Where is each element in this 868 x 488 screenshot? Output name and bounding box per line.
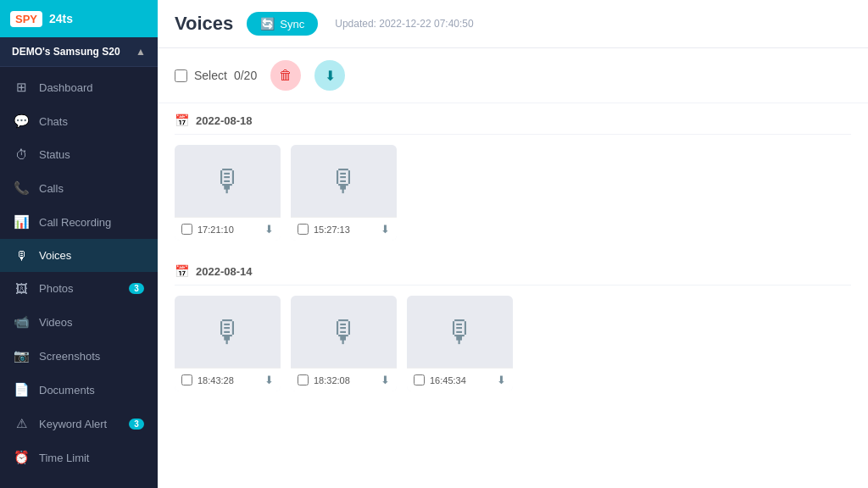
toolbar: Select 0/20 🗑 ⬇ [158,48,868,103]
sidebar-header: SPY 24ts [0,0,158,37]
voices-icon: 🎙 [14,248,29,263]
download-voice-icon[interactable]: ⬇ [497,374,506,386]
voice-thumbnail[interactable]: 🎙 [407,296,513,368]
sidebar-label-keyword-alert: Keyword Alert [39,418,107,430]
microphone-icon: 🎙 [213,164,243,199]
voice-thumbnail[interactable]: 🎙 [175,145,281,217]
sidebar-label-chats: Chats [39,115,68,128]
sync-button[interactable]: 🔄 Sync [247,12,318,36]
download-voice-icon[interactable]: ⬇ [381,223,390,236]
date-label: 2022-08-18 [196,114,253,127]
status-icon: ⏱ [14,147,29,162]
voice-time: 17:21:10 [198,225,234,235]
sidebar-item-calls[interactable]: 📞 Calls [0,171,158,205]
sync-icon: 🔄 [260,17,275,30]
voice-card: 🎙 15:27:13 ⬇ [291,145,397,241]
sidebar-item-time-limit[interactable]: ⏰ Time Limit [0,441,158,474]
voice-time-row: 18:32:08 [298,374,350,385]
microphone-icon: 🎙 [213,314,243,350]
nav-list: ⊞ Dashboard 💬 Chats ⏱ Status 📞 Calls 📊 C… [0,67,158,488]
badge-keyword-alert: 3 [129,419,144,430]
voice-card: 🎙 18:43:28 ⬇ [175,296,281,391]
voice-footer: 18:43:28 ⬇ [175,368,281,391]
sidebar: SPY 24ts DEMO's Samsung S20 ▲ ⊞ Dashboar… [0,0,158,488]
voice-time-row: 15:27:13 [298,224,350,235]
voice-footer: 15:27:13 ⬇ [291,217,397,241]
voice-thumbnail[interactable]: 🎙 [291,145,397,217]
microphone-icon: 🎙 [329,164,359,199]
sidebar-item-documents[interactable]: 📄 Documents [0,373,158,407]
voice-thumbnail[interactable]: 🎙 [175,296,281,368]
voice-grid: 🎙 18:43:28 ⬇ 🎙 18:32:08 ⬇ [158,296,868,405]
photos-icon: 🖼 [14,281,29,296]
voice-select-checkbox[interactable] [181,374,192,385]
date-section-2022-08-18: 📅2022-08-18 🎙 17:21:10 ⬇ 🎙 15:27:13 [158,103,868,254]
calendar-icon: 📅 [175,114,189,127]
voice-select-checkbox[interactable] [181,224,192,235]
voice-thumbnail[interactable]: 🎙 [291,296,397,368]
microphone-icon: 🎙 [329,314,359,350]
calendar-icon: 📅 [175,264,189,278]
updated-text: Updated: 2022-12-22 07:40:50 [335,18,473,30]
voice-select-checkbox[interactable] [298,374,309,385]
date-section-2022-08-14: 📅2022-08-14 🎙 18:43:28 ⬇ 🎙 18:32:08 [158,254,868,405]
select-row: Select 0/20 [175,69,257,82]
sidebar-label-calls: Calls [39,182,64,195]
sidebar-item-dashboard[interactable]: ⊞ Dashboard [0,70,158,104]
sidebar-label-videos: Videos [39,316,73,329]
voice-grid: 🎙 17:21:10 ⬇ 🎙 15:27:13 ⬇ [158,145,868,254]
download-button[interactable]: ⬇ [314,60,345,91]
dashboard-icon: ⊞ [14,80,29,95]
screenshots-icon: 📷 [14,348,29,363]
device-name: DEMO's Samsung S20 [12,46,120,58]
sidebar-label-dashboard: Dashboard [39,81,93,94]
date-header: 📅2022-08-14 [175,264,851,286]
chevron-up-icon: ▲ [136,46,146,58]
badge-photos: 3 [129,283,144,294]
download-voice-icon[interactable]: ⬇ [264,374,274,386]
device-section[interactable]: DEMO's Samsung S20 ▲ [0,37,158,67]
sidebar-item-chats[interactable]: 💬 Chats [0,104,158,138]
voice-time-row: 16:45:34 [414,374,466,385]
sidebar-item-keyword-alert[interactable]: ⚠ Keyword Alert 3 [0,407,158,441]
microphone-icon: 🎙 [445,314,476,350]
voice-select-checkbox[interactable] [414,374,425,385]
sidebar-label-call-recording: Call Recording [39,216,111,229]
date-section-header: 📅2022-08-18 [158,103,868,135]
keyword-alert-icon: ⚠ [14,416,29,431]
delete-button[interactable]: 🗑 [270,60,301,91]
sidebar-item-call-recording[interactable]: 📊 Call Recording [0,205,158,239]
voice-card: 🎙 16:45:34 ⬇ [407,296,513,391]
sidebar-item-screenshots[interactable]: 📷 Screenshots [0,339,158,373]
sidebar-item-status[interactable]: ⏱ Status [0,138,158,171]
voice-select-checkbox[interactable] [298,224,309,235]
sync-label: Sync [280,18,304,30]
sidebar-item-photos[interactable]: 🖼 Photos 3 [0,272,158,305]
select-all-checkbox[interactable] [175,69,187,82]
voice-time: 18:32:08 [314,375,350,385]
documents-icon: 📄 [14,382,29,397]
sidebar-label-time-limit: Time Limit [39,452,89,464]
sidebar-label-status: Status [39,148,70,161]
call-recording-icon: 📊 [14,214,29,230]
page-title: Voices [175,13,233,35]
sidebar-item-voices[interactable]: 🎙 Voices [0,239,158,272]
voice-footer: 16:45:34 ⬇ [407,368,513,391]
voice-card: 🎙 18:32:08 ⬇ [291,296,397,391]
download-voice-icon[interactable]: ⬇ [264,223,274,236]
chats-icon: 💬 [14,114,29,129]
sidebar-label-voices: Voices [39,249,71,262]
voice-card: 🎙 17:21:10 ⬇ [175,145,281,241]
voice-time: 16:45:34 [430,375,466,385]
voice-footer: 17:21:10 ⬇ [175,217,281,241]
download-voice-icon[interactable]: ⬇ [381,374,390,386]
voice-time: 18:43:28 [198,375,234,385]
sidebar-label-photos: Photos [39,282,73,295]
voice-groups: 📅2022-08-18 🎙 17:21:10 ⬇ 🎙 15:27:13 [158,103,868,405]
logo-spy: SPY [10,11,42,27]
voice-time: 15:27:13 [314,225,350,235]
time-limit-icon: ⏰ [14,450,29,465]
calls-icon: 📞 [14,180,29,196]
sidebar-item-videos[interactable]: 📹 Videos [0,305,158,339]
logo-number: 24ts [49,12,73,25]
